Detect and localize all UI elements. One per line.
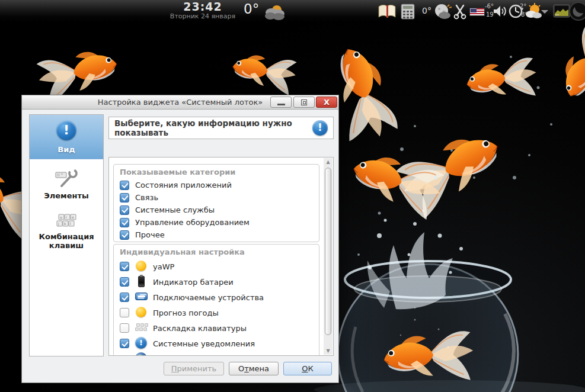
settings-sidebar: Вид Элементы uio [29, 114, 104, 356]
weather-cloud-sun-icon[interactable] [263, 4, 286, 20]
group-individual-settings: Индивидуальная настройка yaWP Индикатор … [113, 244, 319, 356]
tools-wrench-icon [55, 169, 78, 189]
scrollbar[interactable]: ▲ ▼ [324, 158, 333, 355]
checkbox-row: Прочее [119, 229, 314, 241]
sidebar-item-view[interactable]: Вид [30, 115, 103, 159]
dialog-titlebar[interactable]: Настройка виджета «Системный лоток» X [22, 95, 338, 110]
group-title: Показываемые категории [120, 168, 314, 176]
scrollbar-thumb[interactable] [325, 168, 331, 335]
sidebar-item-label: Элементы [32, 191, 101, 200]
sidebar-item-label: Комбинация клавиш [32, 232, 101, 250]
volume-icon[interactable] [493, 4, 508, 18]
checkbox[interactable] [120, 181, 129, 190]
checkbox[interactable] [120, 218, 129, 227]
checkbox-row: Системные уведомления [119, 336, 314, 351]
clock-time: 23:42 [165, 1, 241, 12]
yawp-yellow-ball-icon [135, 260, 148, 273]
scissors-klipper-icon[interactable] [453, 4, 467, 20]
keyboard-layout-icon [135, 323, 148, 336]
us-flag-keyboard-layout-icon[interactable] [469, 8, 485, 16]
svg-text:o: o [72, 215, 74, 219]
notification-icon [56, 120, 76, 140]
checkbox[interactable] [120, 277, 129, 287]
panel-cashew-icon[interactable] [568, 1, 585, 21]
svg-text:j: j [57, 221, 59, 226]
moon-cloud-weather-icon[interactable] [433, 3, 452, 20]
checkbox-row: Связь [119, 191, 314, 204]
sidebar-item-elements[interactable]: Элементы [30, 159, 103, 205]
apply-button[interactable]: Применить [164, 362, 224, 375]
close-icon: X [317, 98, 337, 107]
checkbox[interactable] [120, 193, 129, 203]
top-panel: 23:42 Вторник 24 января 0° 0° [0, 0, 585, 23]
group-displayed-categories: Показываемые категории Состояния приложе… [113, 164, 319, 242]
page-header: Выберите, какую информацию нужно показыв… [108, 117, 334, 139]
scroll-down-arrow-icon[interactable]: ▼ [324, 347, 333, 355]
clock-widget[interactable]: 23:42 Вторник 24 января [165, 1, 241, 20]
page-header-text: Выберите, какую информацию нужно показыв… [114, 118, 312, 137]
battery-icon [135, 275, 148, 288]
tray-expander-arrow-icon[interactable] [541, 10, 548, 14]
checkbox[interactable] [120, 262, 129, 271]
sidebar-item-shortcuts[interactable]: uio jkl Комбинация клавиш [30, 205, 103, 255]
checkbox-row: Прогноз погоды [119, 305, 314, 320]
minimize-icon [277, 104, 285, 105]
book-icon[interactable] [378, 4, 397, 19]
checkbox-row: Системные службы [119, 204, 314, 216]
clock-date: Вторник 24 января [165, 12, 241, 20]
checkbox-row: Подключаемые устройства [119, 290, 314, 305]
svg-text:u: u [60, 215, 62, 219]
cancel-button[interactable]: Отмена [229, 362, 279, 375]
device-notifier-icon [135, 291, 148, 304]
notification-icon [135, 337, 148, 350]
weather-temperature[interactable]: 0° [244, 1, 259, 17]
flag-canton [470, 8, 477, 12]
checkbox[interactable] [120, 293, 129, 302]
globe-network-icon [135, 352, 148, 356]
maximize-icon [301, 99, 307, 105]
keyboard-keys-icon: uio jkl [55, 213, 78, 230]
tray-temperature[interactable]: 0° [422, 6, 431, 15]
ok-button[interactable]: ОК [283, 362, 332, 375]
weather-forecast-icon [135, 306, 148, 319]
checkbox-row-partial [119, 351, 314, 356]
maximize-button[interactable] [293, 97, 315, 108]
checkbox-row: Состояния приложений [119, 179, 314, 191]
minimize-button[interactable] [270, 97, 292, 108]
close-button[interactable]: X [316, 97, 337, 108]
checkbox[interactable] [120, 339, 129, 348]
entries-list: Показываемые категории Состояния приложе… [108, 157, 334, 356]
checkbox-row: Индикатор батареи [119, 274, 314, 290]
checkbox-row: Управление оборудованием [119, 216, 314, 229]
checkbox[interactable] [120, 230, 129, 240]
svg-text:k: k [64, 221, 66, 226]
sun-cloud-weather-icon[interactable] [524, 3, 542, 19]
sidebar-item-label: Вид [32, 145, 101, 154]
group-title: Индивидуальная настройка [120, 248, 314, 256]
desktop-root: 23:42 Вторник 24 января 0° 0° [0, 0, 585, 392]
checkbox[interactable] [120, 323, 129, 333]
notification-icon [312, 120, 328, 136]
checkbox-row: Раскладка клавиатуры [119, 320, 314, 336]
calculator-icon[interactable] [401, 4, 415, 20]
scroll-up-arrow-icon[interactable]: ▲ [324, 158, 333, 166]
checkbox-row: yaWP [119, 259, 314, 274]
checkbox[interactable] [120, 205, 129, 215]
systray-settings-dialog: Настройка виджета «Системный лоток» X Ви… [21, 95, 339, 383]
checkbox[interactable] [120, 308, 129, 317]
